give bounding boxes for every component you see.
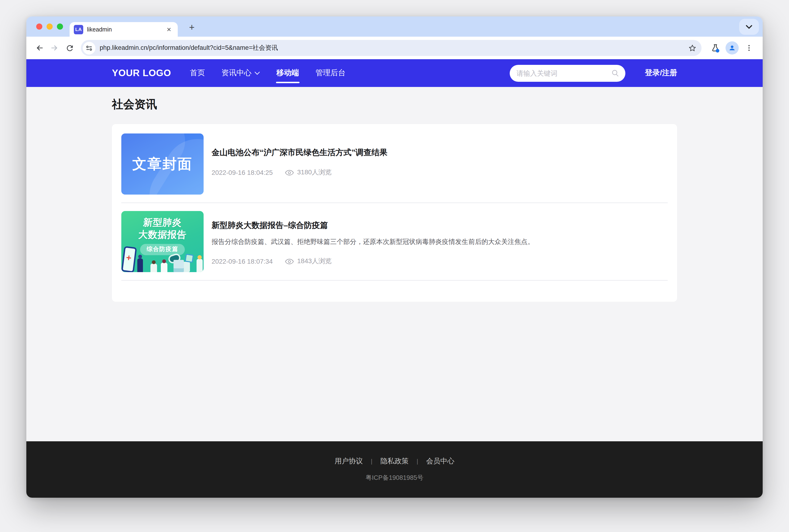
- footer-separator: |: [371, 458, 372, 465]
- avatar: [726, 41, 739, 55]
- search-icon[interactable]: [611, 69, 619, 77]
- site-footer: 用户协议 | 隐私政策 | 会员中心 粤ICP备19081985号: [26, 441, 763, 498]
- footer-links: 用户协议 | 隐私政策 | 会员中心: [335, 457, 454, 466]
- article-views-count: 3180人浏览: [297, 168, 332, 177]
- tab-favicon: LA: [74, 25, 83, 34]
- tab-strip: LA likeadmin × +: [26, 16, 763, 37]
- site-settings-button[interactable]: [83, 42, 95, 54]
- article-row[interactable]: 文章封面 金山电池公布“沪广深市民绿色生活方式”调查结果 2022-09-16 …: [121, 133, 668, 194]
- thumbnail-caption: 新型肺炎 大数据报告 综合防疫篇: [121, 216, 204, 255]
- back-arrow-icon: [35, 43, 44, 53]
- nav-item-home[interactable]: 首页: [190, 59, 205, 87]
- forward-button[interactable]: [47, 40, 62, 55]
- chevron-down-icon: [255, 71, 260, 75]
- site-header: YOUR LOGO 首页 资讯中心 移动端 管理后: [26, 59, 763, 87]
- article-thumbnail[interactable]: 文章封面: [121, 133, 204, 194]
- article-title[interactable]: 新型肺炎大数据报告–综合防疫篇: [212, 221, 668, 231]
- article-views-count: 1843人浏览: [297, 257, 332, 266]
- footer-separator: |: [417, 458, 418, 465]
- flask-icon: [710, 43, 720, 53]
- page-title: 社会资讯: [112, 97, 677, 112]
- thumbnail-caption: 文章封面: [132, 154, 192, 174]
- forward-arrow-icon: [50, 43, 59, 53]
- address-bar[interactable]: php.likeadmin.cn/pc/information/default?…: [81, 40, 701, 56]
- person-icon: [728, 44, 736, 52]
- zoom-window-button[interactable]: [57, 23, 63, 30]
- back-button[interactable]: [32, 40, 47, 55]
- reload-button[interactable]: [62, 40, 77, 55]
- tune-icon: [86, 44, 93, 52]
- icp-record-number: 粤ICP备19081985号: [365, 474, 424, 482]
- page-content: 社会资讯 文章封面 金山电池公布“沪广深市民绿色生活方式”调查结果 2022-0…: [26, 87, 763, 441]
- tab-search-button[interactable]: [739, 19, 759, 35]
- article-list-card: 文章封面 金山电池公布“沪广深市民绿色生活方式”调查结果 2022-09-16 …: [112, 124, 677, 302]
- desktop: LA likeadmin × +: [0, 0, 789, 532]
- site-logo[interactable]: YOUR LOGO: [112, 68, 171, 78]
- article-views: 3180人浏览: [285, 168, 332, 177]
- article-title[interactable]: 金山电池公布“沪广深市民绿色生活方式”调查结果: [212, 148, 668, 158]
- window-controls: [36, 23, 63, 30]
- login-register-link[interactable]: 登录/注册: [645, 68, 677, 78]
- close-tab-icon[interactable]: ×: [165, 25, 173, 34]
- kebab-menu-icon: [745, 44, 753, 52]
- article-views: 1843人浏览: [285, 257, 332, 266]
- list-divider: [121, 203, 668, 203]
- url-text[interactable]: php.likeadmin.cn/pc/information/default?…: [100, 44, 684, 52]
- chevron-down-icon: [746, 25, 752, 29]
- header-search: [509, 64, 625, 81]
- eye-icon: [285, 169, 294, 175]
- new-tab-button[interactable]: +: [185, 21, 199, 34]
- footer-link-privacy-policy[interactable]: 隐私政策: [380, 457, 409, 466]
- browser-menu-button[interactable]: [741, 40, 757, 56]
- browser-toolbar: php.likeadmin.cn/pc/information/default?…: [26, 37, 763, 59]
- browser-tab[interactable]: LA likeadmin ×: [70, 22, 178, 37]
- article-date: 2022-09-16 18:04:25: [212, 169, 273, 176]
- profile-button[interactable]: [724, 40, 740, 56]
- article-description: 报告分综合防疫篇、武汉篇、拒绝野味篇三个部分，还原本次新型冠状病毒肺炎疫情发生前…: [212, 237, 668, 247]
- nav-item-mobile[interactable]: 移动端: [277, 59, 299, 87]
- bookmark-button[interactable]: [684, 41, 700, 55]
- search-input[interactable]: [516, 69, 611, 77]
- list-divider: [121, 280, 668, 281]
- footer-link-member-center[interactable]: 会员中心: [426, 457, 454, 466]
- eye-icon: [285, 258, 294, 264]
- thumbnail-badge: 综合防疫篇: [140, 244, 185, 255]
- star-icon: [688, 43, 697, 52]
- experiments-button[interactable]: [707, 40, 723, 56]
- browser-window: LA likeadmin × +: [26, 16, 763, 498]
- main-nav: 首页 资讯中心 移动端 管理后台: [190, 59, 345, 87]
- article-date: 2022-09-16 18:07:34: [212, 258, 273, 265]
- nav-item-admin[interactable]: 管理后台: [316, 59, 345, 87]
- article-thumbnail[interactable]: 新型肺炎 大数据报告 综合防疫篇: [121, 211, 204, 272]
- reload-icon: [65, 43, 74, 52]
- tab-title: likeadmin: [87, 26, 161, 33]
- close-window-button[interactable]: [36, 23, 42, 30]
- nav-item-news-center[interactable]: 资讯中心: [222, 59, 260, 87]
- minimize-window-button[interactable]: [46, 23, 53, 30]
- article-row[interactable]: 新型肺炎 大数据报告 综合防疫篇 新型肺炎大数据报告–综合防疫篇 报告: [121, 211, 668, 272]
- footer-link-user-agreement[interactable]: 用户协议: [335, 457, 363, 466]
